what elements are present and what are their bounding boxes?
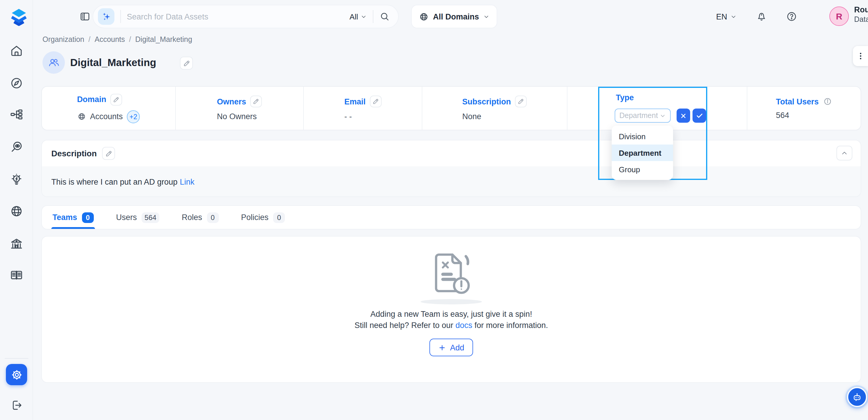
sidebar-item-govern[interactable]	[9, 237, 24, 251]
docs-link[interactable]: docs	[455, 321, 472, 330]
email-label: Email	[344, 97, 365, 106]
domain-icon	[77, 112, 86, 121]
help-text-after: for more information.	[472, 321, 548, 330]
panel-left-icon	[79, 11, 91, 22]
home-icon	[9, 44, 24, 58]
user-role: Data Steward	[854, 16, 868, 24]
user-menu[interactable]: Rounakpreet.d Data Steward	[854, 5, 868, 24]
add-team-button[interactable]: Add	[429, 338, 473, 356]
tabs-bar: Teams 0 Users 564 Roles 0 Policies 0	[41, 205, 861, 230]
chat-assistant-button[interactable]	[847, 387, 867, 407]
search-eye-icon	[9, 140, 24, 154]
total-users-value: 564	[776, 111, 789, 120]
tab-users[interactable]: Users 564	[116, 206, 160, 229]
sidebar-item-logout[interactable]	[10, 399, 23, 412]
summary-col-domain: Domain Accounts +2	[42, 87, 175, 130]
search-divider	[120, 10, 121, 23]
sidebar-item-learning[interactable]	[9, 268, 24, 282]
owners-value: No Owners	[217, 112, 257, 121]
sidebar-item-explore[interactable]	[9, 76, 24, 90]
total-users-label: Total Users	[776, 97, 819, 106]
teams-empty-state: Adding a new Team is easy, just give it …	[41, 236, 861, 383]
flow-icon	[9, 107, 24, 121]
info-icon	[823, 97, 832, 106]
summary-col-owners: Owners No Owners	[175, 87, 303, 130]
summary-col-email: Email - -	[304, 87, 422, 130]
language-value: EN	[716, 12, 727, 21]
type-edit-popover: Type Department Division Department Grou…	[598, 87, 707, 180]
tab-policies-count: 0	[273, 212, 285, 223]
tab-teams-label: Teams	[53, 213, 77, 222]
edit-subscription-button[interactable]	[515, 96, 527, 107]
team-summary-card: Domain Accounts +2 Owners No Owners	[41, 86, 861, 130]
type-options-dropdown: Division Department Group	[612, 126, 673, 180]
chevron-down-icon	[361, 13, 367, 20]
compass-icon	[9, 76, 24, 90]
breadcrumb-accounts[interactable]: Accounts	[95, 35, 125, 44]
tab-teams[interactable]: Teams 0	[53, 206, 94, 229]
search-icon[interactable]	[379, 11, 390, 22]
book-icon	[9, 268, 24, 282]
ai-search-button[interactable]	[98, 8, 115, 25]
domain-value[interactable]: Accounts	[90, 112, 123, 121]
tab-policies-label: Policies	[241, 213, 269, 222]
kebab-menu-icon	[856, 51, 865, 61]
breadcrumb: Organization / Accounts / Digital_Market…	[42, 35, 192, 44]
breadcrumb-organization[interactable]: Organization	[42, 35, 84, 44]
sidebar-item-observability[interactable]	[9, 140, 24, 154]
logout-icon	[10, 399, 23, 412]
breadcrumb-separator: /	[129, 35, 131, 44]
description-link[interactable]: Link	[180, 178, 195, 186]
subscription-value: None	[462, 112, 481, 121]
type-option-department[interactable]: Department	[612, 145, 673, 161]
type-label: Type	[616, 93, 634, 102]
global-search-bar: All	[93, 5, 399, 28]
globe-icon	[419, 11, 429, 22]
edit-description-button[interactable]	[102, 147, 115, 160]
user-name: Rounakpreet.d	[854, 5, 868, 14]
team-avatar	[42, 51, 65, 74]
plus-icon	[438, 343, 446, 351]
domains-filter-dropdown[interactable]: All Domains	[411, 5, 497, 28]
domain-more-badge[interactable]: +2	[127, 110, 140, 123]
sidebar-item-home[interactable]	[9, 44, 24, 58]
type-select-value: Department	[619, 112, 658, 120]
app-window: All All Domains EN R Rounakpreet.d Data …	[0, 0, 868, 420]
breadcrumb-separator: /	[89, 35, 91, 44]
app-logo[interactable]	[8, 6, 30, 27]
sidebar-item-settings[interactable]	[6, 364, 27, 385]
summary-col-subscription: Subscription None	[422, 87, 566, 130]
type-cancel-button[interactable]	[677, 109, 690, 123]
tab-roles-count: 0	[207, 212, 219, 223]
tab-roles[interactable]: Roles 0	[182, 206, 219, 229]
edit-domain-button[interactable]	[110, 93, 122, 105]
sidebar-item-lineage[interactable]	[9, 107, 24, 121]
notifications-button[interactable]	[756, 11, 768, 22]
search-input[interactable]	[127, 12, 349, 21]
page-actions-menu-button[interactable]	[852, 46, 868, 66]
sidebar-item-domains[interactable]	[9, 204, 24, 218]
people-icon	[47, 56, 60, 69]
bulb-icon	[9, 172, 24, 186]
type-confirm-button[interactable]	[692, 109, 706, 123]
edit-title-button[interactable]	[180, 57, 193, 69]
type-select[interactable]: Department	[615, 109, 671, 123]
tab-users-count: 564	[142, 212, 159, 223]
sidebar-toggle-button[interactable]	[79, 11, 91, 22]
type-option-group[interactable]: Group	[612, 161, 673, 178]
empty-state-title: Adding a new Team is easy, just give it …	[370, 310, 532, 319]
search-scope-dropdown[interactable]: All	[349, 12, 367, 21]
tab-policies[interactable]: Policies 0	[241, 206, 285, 229]
top-navbar: All All Domains EN R Rounakpreet.d Data …	[33, 0, 868, 33]
globe-icon	[9, 204, 24, 218]
edit-owners-button[interactable]	[250, 96, 262, 107]
edit-email-button[interactable]	[370, 96, 381, 107]
language-dropdown[interactable]: EN	[716, 0, 737, 33]
help-button[interactable]	[786, 11, 798, 22]
sidebar-item-insights[interactable]	[9, 172, 24, 186]
chevron-down-icon	[483, 13, 490, 20]
user-avatar[interactable]: R	[829, 6, 849, 26]
type-option-division[interactable]: Division	[612, 128, 673, 145]
tab-teams-count: 0	[82, 212, 94, 223]
collapse-description-button[interactable]	[836, 146, 852, 160]
